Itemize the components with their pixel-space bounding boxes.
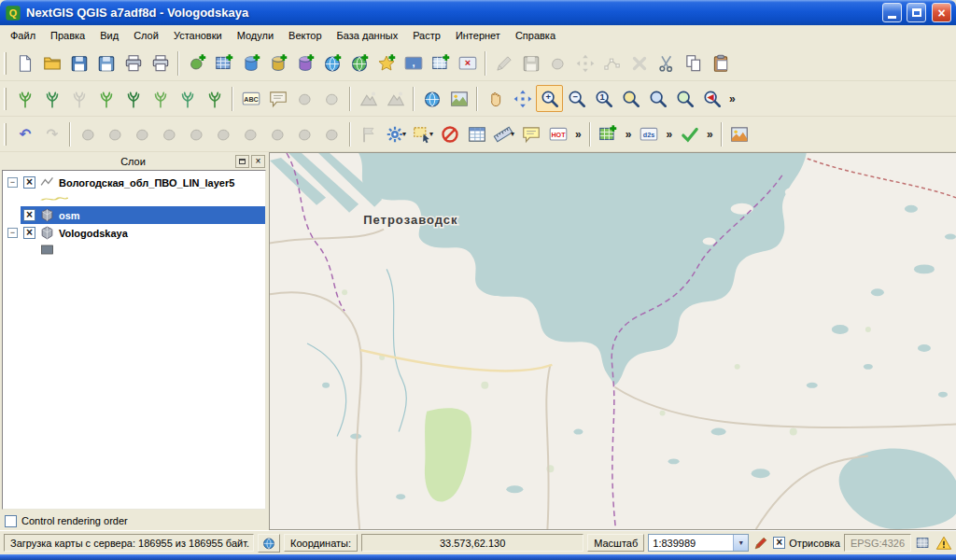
undo-button[interactable]: ↶	[11, 120, 38, 147]
menu-item-4[interactable]: Слой	[126, 27, 166, 44]
add-mssql-layer-button[interactable]	[291, 49, 318, 77]
add-wcs-layer-button[interactable]	[345, 49, 373, 77]
menu-item-1[interactable]: Файл	[3, 27, 43, 44]
layer-row[interactable]: −×Vologodskaya	[3, 224, 265, 242]
menu-item-11[interactable]: Справка	[508, 27, 563, 44]
copy-features-button[interactable]	[680, 49, 707, 77]
add-spatialite-layer-icon	[268, 53, 288, 74]
render-checkbox[interactable]: ×	[773, 537, 785, 549]
menu-item-7[interactable]: Вектор	[281, 27, 330, 44]
cut-features-button[interactable]	[653, 49, 680, 77]
dock-close-button[interactable]: ×	[251, 155, 265, 168]
menu-item-3[interactable]: Вид	[92, 27, 126, 44]
toolbar-grip[interactable]	[4, 88, 7, 110]
menu-item-5[interactable]: Установки	[166, 27, 230, 44]
pan-map-button[interactable]	[482, 85, 509, 112]
menu-item-10[interactable]: Интернет	[448, 27, 508, 44]
toolbar-overflow-button[interactable]: »	[571, 128, 585, 141]
add-delimited-text-layer-button[interactable]: ,	[400, 49, 427, 77]
coordinates-value-field[interactable]: 33.573,62.130	[361, 534, 583, 552]
layer-visibility-checkbox[interactable]: ×	[23, 209, 35, 221]
quickmap-plugin-button[interactable]	[595, 120, 622, 147]
toolbar-overflow-button[interactable]: »	[622, 128, 636, 141]
maximize-button[interactable]	[907, 3, 926, 22]
add-postgis-layer-button[interactable]	[237, 49, 264, 77]
zoom-out-button[interactable]: −	[563, 85, 590, 112]
label-properties-button[interactable]	[264, 85, 291, 112]
plugin-tool-8-button[interactable]	[201, 85, 228, 112]
plugin-tool-4-button[interactable]	[92, 85, 120, 112]
composer-manager-button[interactable]	[147, 49, 174, 77]
pan-to-selection-button[interactable]	[509, 85, 536, 112]
zoom-to-selection-button[interactable]	[644, 85, 671, 112]
plugin-tool-5-button[interactable]	[120, 85, 147, 112]
remove-layer-button[interactable]: ×	[454, 49, 481, 77]
d2s-plugin-button[interactable]: d2s	[635, 120, 662, 147]
zoom-to-layer-button[interactable]	[671, 85, 698, 112]
messages-icon[interactable]	[915, 535, 932, 552]
plugin-tool-1-button[interactable]	[11, 85, 38, 112]
plugin-tool-2-button[interactable]	[38, 85, 65, 112]
labeling-button[interactable]: ABC	[237, 85, 264, 112]
layer-visibility-checkbox[interactable]: ×	[23, 176, 35, 189]
save-project-button[interactable]	[65, 49, 92, 77]
warning-icon[interactable]	[935, 535, 952, 552]
raster-tool-button[interactable]	[445, 85, 472, 112]
render-order-checkbox[interactable]: ×	[5, 515, 17, 527]
open-attribute-table-button[interactable]	[463, 120, 490, 147]
stop-rendering-icon[interactable]	[752, 535, 769, 552]
toolbar-grip[interactable]	[4, 52, 7, 75]
checker-plugin-button[interactable]	[676, 120, 703, 147]
dock-float-button[interactable]	[235, 155, 249, 168]
map-canvas[interactable]: Петрозаводск	[269, 152, 956, 530]
select-features-button[interactable]: ▾	[409, 120, 436, 147]
toolbar-overflow-button[interactable]: »	[662, 128, 676, 141]
menu-item-6[interactable]: Модули	[230, 27, 281, 44]
zoom-native-button[interactable]: 1	[590, 85, 617, 112]
layer-row[interactable]: ×osm	[3, 206, 265, 224]
layer-row[interactable]: −×Вологодская_обл_ПВО_LIN_layer5	[3, 174, 265, 191]
zoom-last-button[interactable]: ◀	[698, 85, 725, 112]
zoom-full-button[interactable]	[617, 85, 644, 112]
layer-symbology-row[interactable]	[3, 242, 265, 257]
plugin-tool-6-button[interactable]	[147, 85, 174, 112]
layer-visibility-checkbox[interactable]: ×	[23, 227, 35, 239]
evis-plugin-button[interactable]	[726, 120, 753, 147]
toolbar-overflow-button[interactable]: »	[725, 92, 739, 105]
render-toggle[interactable]: × Отрисовка	[773, 537, 840, 549]
scale-combobox[interactable]: 1:839989 ▾	[648, 534, 749, 552]
text-annotation-button[interactable]	[517, 120, 544, 147]
menu-item-8[interactable]: База данных	[330, 27, 406, 44]
change-label-icon	[322, 89, 343, 109]
toolbar-overflow-button[interactable]: »	[703, 128, 717, 141]
expander-icon[interactable]: −	[7, 177, 18, 188]
add-wms-layer-button[interactable]	[318, 49, 345, 77]
combo-dropdown-icon[interactable]: ▾	[733, 535, 748, 551]
stop-map-loading-button[interactable]	[258, 534, 280, 553]
add-raster-layer-button[interactable]	[210, 49, 237, 77]
add-vector-layer-button[interactable]	[183, 49, 210, 77]
add-spatialite-layer-button[interactable]	[264, 49, 291, 77]
save-project-as-button[interactable]	[92, 49, 120, 77]
add-wfs-layer-button[interactable]	[373, 49, 400, 77]
new-project-button[interactable]	[11, 49, 38, 77]
run-feature-action-button[interactable]: ▾	[382, 120, 409, 147]
zoom-in-button[interactable]: +	[536, 85, 563, 112]
hot-annotation-button[interactable]: HOT	[544, 120, 571, 147]
layer-symbology-row[interactable]	[3, 191, 265, 206]
new-print-composer-button[interactable]	[120, 49, 147, 77]
menu-item-9[interactable]: Растр	[405, 27, 448, 44]
deselect-all-button[interactable]	[436, 120, 463, 147]
toolbar-grip[interactable]	[4, 123, 7, 146]
pan-map-icon	[485, 89, 506, 109]
close-button[interactable]: ×	[932, 3, 951, 22]
plugin-tool-7-button[interactable]	[174, 85, 201, 112]
measure-button[interactable]: ▾	[490, 120, 517, 147]
paste-features-button[interactable]	[707, 49, 734, 77]
expander-icon[interactable]: −	[7, 228, 18, 238]
new-shapefile-layer-button[interactable]	[427, 49, 454, 77]
menu-item-2[interactable]: Правка	[43, 27, 92, 44]
open-project-button[interactable]	[38, 49, 65, 77]
minimize-button[interactable]	[882, 3, 902, 22]
openlayers-plugin-button[interactable]	[418, 85, 445, 112]
